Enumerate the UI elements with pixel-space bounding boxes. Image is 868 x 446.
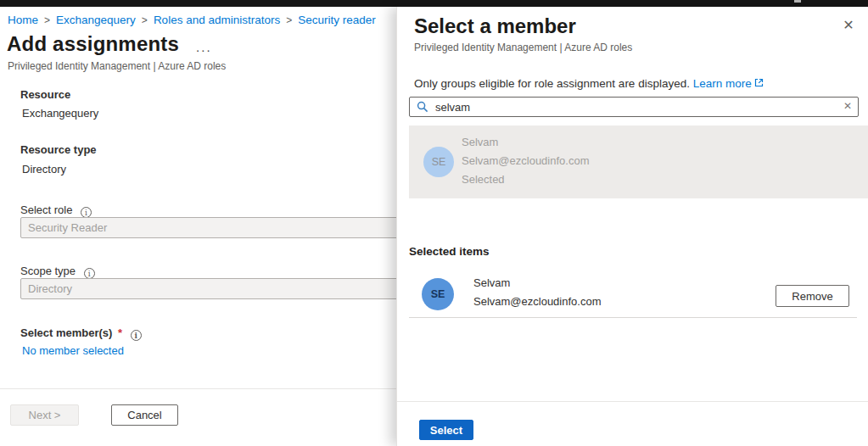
- next-button[interactable]: Next >: [10, 404, 79, 426]
- avatar: SE: [422, 278, 454, 310]
- selected-item-name: Selvam: [473, 276, 510, 289]
- breadcrumb-security-reader[interactable]: Security reader: [298, 14, 376, 26]
- suggestion-item[interactable]: SE Selvam Selvam@ezcloudinfo.com Selecte…: [409, 125, 868, 198]
- select-member-panel: Select a member ✕ Privileged Identity Ma…: [396, 7, 868, 446]
- resource-type-value: Directory: [22, 163, 66, 176]
- breadcrumb-separator: >: [142, 14, 148, 26]
- scope-type-input[interactable]: Directory: [20, 278, 462, 299]
- breadcrumb-home[interactable]: Home: [8, 14, 38, 26]
- selected-items-heading: Selected items: [409, 245, 490, 258]
- breadcrumb-roles-and-administrators[interactable]: Roles and administrators: [154, 14, 280, 26]
- resource-type-label: Resource type: [20, 143, 97, 156]
- browser-top-bar: [0, 0, 868, 7]
- breadcrumb-separator: >: [44, 14, 50, 26]
- suggestion-name: Selvam: [462, 136, 498, 148]
- info-icon[interactable]: i: [131, 330, 142, 341]
- scope-type-label: Scope type i: [20, 265, 95, 279]
- learn-more-link[interactable]: Learn more: [693, 77, 752, 90]
- more-menu-icon[interactable]: ...: [196, 40, 212, 54]
- select-role-input[interactable]: Security Reader: [20, 217, 462, 238]
- resource-value: Exchangequery: [22, 107, 98, 120]
- breadcrumb: Home>Exchangequery>Roles and administrat…: [8, 14, 376, 26]
- suggestion-email: Selvam@ezcloudinfo.com: [462, 154, 589, 167]
- selected-item-email: Selvam@ezcloudinfo.com: [473, 295, 601, 308]
- panel-info-text: Only groups eligible for role assignment…: [414, 77, 764, 90]
- cancel-button[interactable]: Cancel: [111, 404, 178, 426]
- page-subtitle: Privileged Identity Management | Azure A…: [8, 60, 226, 72]
- resource-label: Resource: [20, 88, 70, 101]
- search-field: ✕: [409, 97, 859, 117]
- remove-button[interactable]: Remove: [776, 285, 849, 307]
- search-icon: [417, 101, 428, 115]
- no-member-selected-link[interactable]: No member selected: [22, 344, 124, 357]
- close-icon[interactable]: ✕: [840, 17, 857, 34]
- panel-title: Select a member: [414, 14, 576, 38]
- topbar-notch: [794, 0, 801, 3]
- select-role-label: Select role i: [20, 203, 92, 218]
- panel-subtitle: Privileged Identity Management | Azure A…: [414, 42, 632, 53]
- panel-footer-divider: [397, 401, 868, 402]
- selected-item-divider: [409, 317, 857, 318]
- external-link-icon: [754, 77, 764, 90]
- clear-search-icon[interactable]: ✕: [843, 100, 852, 112]
- search-input[interactable]: [409, 97, 859, 117]
- breadcrumb-exchangequery[interactable]: Exchangequery: [56, 14, 136, 26]
- selected-item-row: SE Selvam Selvam@ezcloudinfo.com Remove: [409, 271, 858, 317]
- breadcrumb-separator: >: [286, 14, 292, 26]
- required-asterisk: *: [118, 326, 122, 339]
- select-members-label: Select member(s) * i: [20, 326, 142, 341]
- footer-divider: [0, 388, 396, 389]
- page-title: Add assignments: [7, 32, 179, 56]
- avatar: SE: [423, 147, 454, 177]
- suggestion-status: Selected: [462, 173, 505, 186]
- select-button[interactable]: Select: [419, 420, 473, 440]
